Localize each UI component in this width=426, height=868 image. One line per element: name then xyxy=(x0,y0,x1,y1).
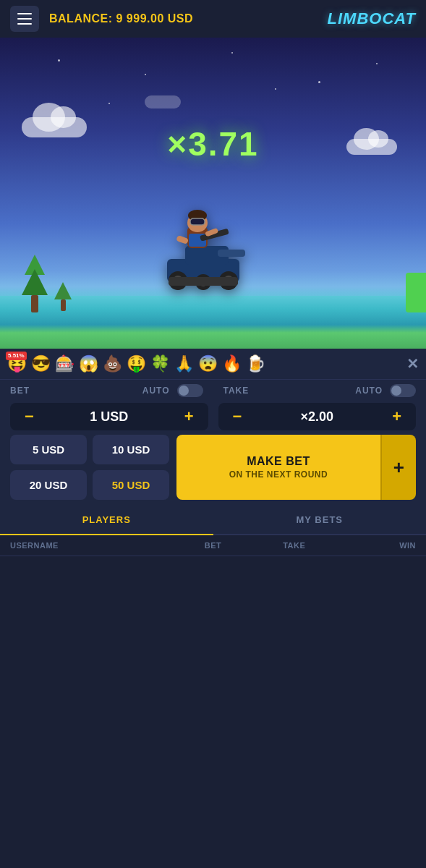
quick-bet-20[interactable]: 20 USD xyxy=(10,470,87,500)
bet-minus-button[interactable]: − xyxy=(19,409,40,425)
svg-rect-2 xyxy=(218,250,245,257)
character-svg xyxy=(153,208,254,295)
multiplier-display: ×3.71 xyxy=(167,124,258,163)
tab-my-bets[interactable]: MY BETS xyxy=(213,506,427,534)
bottom-buttons-row: 5 USD 10 USD 20 USD 50 USD MAKE BET ON T… xyxy=(0,435,426,506)
star xyxy=(145,74,146,75)
tree-trunk xyxy=(61,299,66,311)
table-header: USERNAME BET TAKE WIN xyxy=(0,535,426,556)
take-label-group: TAKE AUTO xyxy=(213,384,417,397)
bet-amount-group: − 1 USD + xyxy=(10,403,208,430)
character-sprite xyxy=(153,208,254,305)
table-body xyxy=(0,556,426,846)
take-label: TAKE xyxy=(223,386,250,396)
menu-line xyxy=(17,23,32,25)
tree-top xyxy=(22,269,48,295)
green-box xyxy=(406,273,426,312)
menu-line xyxy=(17,18,32,20)
bet-label: BET xyxy=(10,386,30,396)
bet-take-labels: BET AUTO TAKE AUTO xyxy=(0,380,426,399)
take-minus-button[interactable]: − xyxy=(227,409,248,425)
take-plus-button[interactable]: + xyxy=(386,409,407,425)
ground xyxy=(0,309,426,349)
make-bet-plus-button[interactable]: + xyxy=(380,435,416,500)
quick-bet-50[interactable]: 50 USD xyxy=(93,470,169,500)
make-bet-label: MAKE BET xyxy=(247,454,310,469)
cloud xyxy=(145,95,181,109)
menu-line xyxy=(17,13,32,14)
col-win-header: WIN xyxy=(335,541,416,550)
bet-auto-toggle[interactable] xyxy=(177,384,203,397)
star xyxy=(108,103,110,104)
star xyxy=(231,52,233,54)
quick-bets-grid: 5 USD 10 USD 20 USD 50 USD xyxy=(10,435,169,500)
cloud xyxy=(22,117,87,137)
make-bet-button[interactable]: MAKE BET ON THE NEXT ROUND xyxy=(176,435,380,500)
quick-bet-10[interactable]: 10 USD xyxy=(93,435,169,464)
quick-bet-5[interactable]: 5 USD xyxy=(10,435,87,464)
game-canvas: ×3.71 xyxy=(0,38,426,349)
col-take-header: TAKE xyxy=(254,541,335,550)
emoji-angry[interactable]: 😝 5.51% xyxy=(7,354,27,373)
take-auto-toggle[interactable] xyxy=(390,384,416,397)
tree-trunk xyxy=(31,295,38,312)
bet-plus-button[interactable]: + xyxy=(179,409,200,425)
emoji-row: 😝 5.51% 😎 🎰 😱 💩 🤑 🍀 🙏 😨 🔥 🍺 ✕ xyxy=(0,349,426,380)
svg-rect-9 xyxy=(169,277,238,286)
col-username-header: USERNAME xyxy=(10,541,172,550)
star xyxy=(58,59,60,61)
bet-label-group: BET AUTO xyxy=(10,384,203,397)
menu-button[interactable] xyxy=(10,6,39,32)
emoji-close-button[interactable]: ✕ xyxy=(406,355,419,373)
col-bet-header: BET xyxy=(172,541,253,550)
emoji-cool[interactable]: 😎 xyxy=(31,354,51,373)
emoji-fear[interactable]: 😨 xyxy=(198,354,218,373)
emoji-fire[interactable]: 🔥 xyxy=(222,354,242,373)
tree-top xyxy=(54,282,72,299)
emoji-clover[interactable]: 🍀 xyxy=(150,354,170,373)
header: BALANCE: 9 999.00 USD LIMBOCAT xyxy=(0,0,426,38)
tab-players[interactable]: PLAYERS xyxy=(0,506,213,535)
emoji-scared[interactable]: 😱 xyxy=(79,354,98,373)
cloud xyxy=(346,139,397,155)
take-auto-label: AUTO xyxy=(355,386,383,396)
tree xyxy=(22,269,48,312)
take-amount-value: ×2.00 xyxy=(247,409,386,425)
tabs-row: PLAYERS MY BETS xyxy=(0,506,426,535)
take-amount-group: − ×2.00 + xyxy=(218,403,417,430)
make-bet-sublabel: ON THE NEXT ROUND xyxy=(229,469,328,481)
bet-amount-value: 1 USD xyxy=(40,409,179,425)
balance-display: BALANCE: 9 999.00 USD xyxy=(49,12,318,25)
emoji-pray[interactable]: 🙏 xyxy=(174,354,194,373)
logo: LIMBOCAT xyxy=(328,9,416,28)
amount-row: − 1 USD + − ×2.00 + xyxy=(0,399,426,435)
emoji-badge: 5.51% xyxy=(6,352,27,360)
controls-area: 😝 5.51% 😎 🎰 😱 💩 🤑 🍀 🙏 😨 🔥 🍺 ✕ BET AUTO T… xyxy=(0,349,426,846)
make-bet-container: MAKE BET ON THE NEXT ROUND + xyxy=(176,435,416,500)
star xyxy=(275,88,276,90)
star xyxy=(376,63,378,64)
svg-rect-16 xyxy=(176,235,189,244)
bet-auto-label: AUTO xyxy=(142,386,170,396)
star xyxy=(318,81,320,83)
tree xyxy=(54,282,72,311)
emoji-poop[interactable]: 💩 xyxy=(103,354,122,373)
svg-rect-14 xyxy=(190,218,205,225)
emoji-beer[interactable]: 🍺 xyxy=(246,354,265,373)
emoji-slots[interactable]: 🎰 xyxy=(55,354,74,373)
emoji-money[interactable]: 🤑 xyxy=(127,354,146,373)
